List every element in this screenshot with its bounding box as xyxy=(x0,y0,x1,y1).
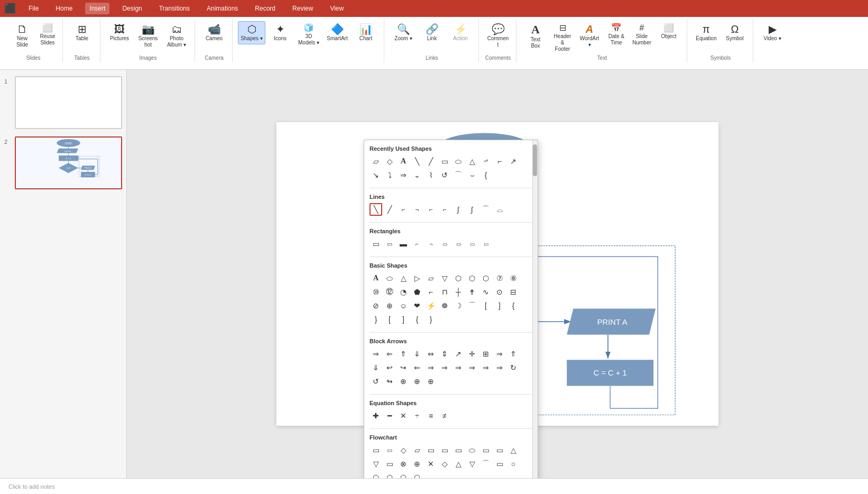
barrow-s3[interactable]: ⊕ xyxy=(424,375,437,388)
basic-rtriangle[interactable]: ▷ xyxy=(411,272,423,285)
shape-arrow-right[interactable]: ↗ xyxy=(507,155,520,168)
eq-plus[interactable]: ✚ xyxy=(370,409,382,422)
rect-3[interactable]: ▭ xyxy=(438,237,451,250)
barrow-uturn[interactable]: ↪ xyxy=(397,361,410,374)
fc-data[interactable]: ▱ xyxy=(411,444,423,456)
basic-circle12[interactable]: ⑫ xyxy=(383,286,396,298)
shape-line-diagonal2[interactable]: ╱ xyxy=(383,203,396,216)
basic-rshape[interactable]: ⊓ xyxy=(438,286,451,298)
shape-text[interactable]: A xyxy=(397,155,410,168)
basic-brace1[interactable]: { xyxy=(507,299,520,312)
shapes-dropdown-panel[interactable]: Recently Used Shapes ▱ ◇ A ╲ ╱ ▭ ⬭ △ ⌐ ⌐… xyxy=(364,140,538,478)
action-button[interactable]: ⚡ Action xyxy=(447,21,474,44)
shape-rect[interactable]: ▭ xyxy=(438,155,451,168)
basic-pie[interactable]: ◔ xyxy=(397,286,410,298)
barrow-plus[interactable]: ⊞ xyxy=(479,347,492,360)
barrow-stripe2[interactable]: ⇒ xyxy=(452,361,465,374)
basic-bracket2[interactable]: ] xyxy=(493,299,506,312)
basic-hex[interactable]: ⬡ xyxy=(452,272,465,285)
barrow-lr[interactable]: ⇔ xyxy=(424,347,437,360)
barrow-bent1[interactable]: ⇒ xyxy=(479,361,492,374)
screenshot-button[interactable]: 📷 Screenshot xyxy=(134,21,162,51)
barrow-turn[interactable]: ↩ xyxy=(383,361,396,374)
basic-lshape[interactable]: ⌐ xyxy=(424,286,437,298)
barrow-l2[interactable]: ⇐ xyxy=(411,361,423,374)
basic-parallelogram[interactable]: ▱ xyxy=(424,272,437,285)
basic-cube[interactable]: ⊟ xyxy=(507,286,520,298)
fc-offline-storage[interactable]: ▭ xyxy=(493,458,506,470)
barrow-circular[interactable]: ↻ xyxy=(507,361,520,374)
basic-ring[interactable]: ⊘ xyxy=(370,299,382,312)
eq-divide[interactable]: ÷ xyxy=(411,409,423,422)
shape-line-diagonal[interactable]: ╲ xyxy=(370,203,382,216)
photo-album-button[interactable]: 🗂 PhotoAlbum ▾ xyxy=(163,21,190,51)
shape-corner2[interactable]: ⌐ xyxy=(493,155,506,168)
barrow-left[interactable]: ⇐ xyxy=(383,347,396,360)
zoom-button[interactable]: 🔍 Zoom ▾ xyxy=(390,21,417,44)
fc-terminator[interactable]: ▭ xyxy=(479,444,492,456)
header-footer-button[interactable]: ⊟ Header& Footer xyxy=(550,21,575,55)
shape-line-arc1[interactable]: ⌒ xyxy=(479,203,492,216)
symbol-button[interactable]: Ω Symbol xyxy=(721,21,749,44)
fc-document[interactable]: ▭ xyxy=(452,444,465,456)
shape-line-angle2[interactable]: ⌐ xyxy=(411,203,423,216)
basic-moon[interactable]: ☽ xyxy=(452,299,465,312)
basic-7[interactable]: ⬡ xyxy=(479,272,492,285)
rect-5[interactable]: ▭ xyxy=(466,237,478,250)
shape-curved[interactable]: ⌒ xyxy=(452,169,465,181)
barrow-ud[interactable]: ⇕ xyxy=(438,347,451,360)
fc-on-page[interactable]: ○ xyxy=(507,458,520,470)
basic-smiley[interactable]: ☺ xyxy=(397,299,410,312)
basic-lightning[interactable]: ⚡ xyxy=(424,299,437,312)
3d-models-button[interactable]: 🧊 3DModels ▾ xyxy=(295,21,322,49)
fc-sequential[interactable]: ✕ xyxy=(424,458,437,470)
shape-parallelogram[interactable]: ▱ xyxy=(370,155,382,168)
menu-insert[interactable]: Insert xyxy=(85,3,109,14)
fc-magnetic[interactable]: ◇ xyxy=(438,458,451,470)
fc-or[interactable]: ⬡ xyxy=(411,471,423,478)
basic-bracket4[interactable]: ] xyxy=(397,313,410,326)
barrow-s1[interactable]: ⊕ xyxy=(397,375,410,388)
shape-line2[interactable]: ╱ xyxy=(424,155,437,168)
fc-direct-access[interactable]: ⊕ xyxy=(411,458,423,470)
shape-arrow-left[interactable]: ↘ xyxy=(370,169,382,181)
rect-snip1[interactable]: ⌐ xyxy=(411,237,423,250)
eq-minus[interactable]: ━ xyxy=(383,409,396,422)
shape-line-angle1[interactable]: ⌐ xyxy=(397,203,410,216)
fc-display[interactable]: ⌒ xyxy=(479,458,492,470)
eq-equal[interactable]: ≡ xyxy=(424,409,437,422)
shape-triangle[interactable]: △ xyxy=(466,155,478,168)
basic-cylinder[interactable]: ⊙ xyxy=(493,286,506,298)
fc-manual[interactable]: △ xyxy=(507,444,520,456)
chart-button[interactable]: 📊 Chart xyxy=(352,21,380,44)
smartart-button[interactable]: 🔷 SmartArt xyxy=(324,21,351,44)
basic-frame[interactable]: ⬟ xyxy=(411,286,423,298)
basic-brace3[interactable]: { xyxy=(411,313,423,326)
rect-4[interactable]: ▭ xyxy=(452,237,465,250)
table-button[interactable]: ⊞ Table xyxy=(68,21,96,44)
shape-line1[interactable]: ╲ xyxy=(411,155,423,168)
rect-1[interactable]: ▭ xyxy=(370,237,382,250)
basic-heart[interactable]: ❤ xyxy=(411,299,423,312)
barrow-4way[interactable]: ✛ xyxy=(466,347,478,360)
fc-internal[interactable]: ▭ xyxy=(438,444,451,456)
eq-notequal[interactable]: ≠ xyxy=(438,409,451,422)
basic-sun[interactable]: ☸ xyxy=(438,299,451,312)
shape-arrow-down[interactable]: ⤵ xyxy=(383,169,396,181)
barrow-stripe1[interactable]: ⇒ xyxy=(438,361,451,374)
shapes-scrollbar-track[interactable] xyxy=(532,140,538,478)
barrow-bent2[interactable]: ⇒ xyxy=(493,361,506,374)
menu-file[interactable]: File xyxy=(24,3,43,14)
shape-line-arc2[interactable]: ⌓ xyxy=(493,203,506,216)
basic-brace2[interactable]: } xyxy=(370,313,382,326)
fc-database[interactable]: ⊗ xyxy=(397,458,410,470)
rect-snip2[interactable]: ⌐ xyxy=(424,237,437,250)
date-time-button[interactable]: 📅 Date &Time xyxy=(604,21,629,49)
menu-design[interactable]: Design xyxy=(118,3,146,14)
barrow-notched[interactable]: ⇒ xyxy=(466,361,478,374)
shape-smiley[interactable]: ⌇ xyxy=(424,169,437,181)
barrow-wavy[interactable]: ↬ xyxy=(383,375,396,388)
basic-triangle[interactable]: △ xyxy=(397,272,410,285)
equation-button[interactable]: π Equation xyxy=(692,21,720,44)
barrow-s2[interactable]: ⊕ xyxy=(411,375,423,388)
